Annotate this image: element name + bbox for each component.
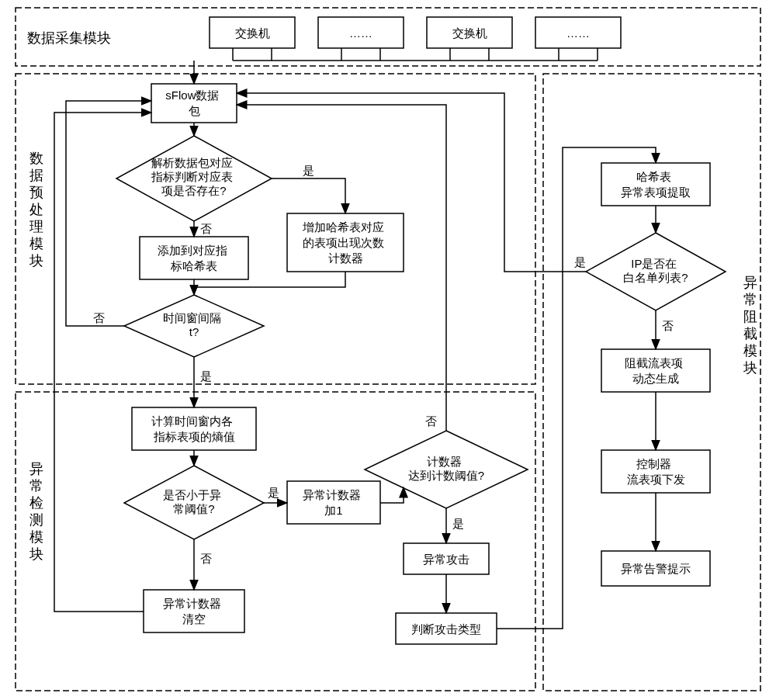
attack-text: 异常攻击 — [423, 553, 469, 566]
module-preprocess — [16, 74, 535, 384]
label-no-2: 否 — [93, 311, 105, 324]
label-no-5: 否 — [662, 319, 674, 332]
label-yes-2: 是 — [200, 369, 212, 383]
switch-label-2: 交换机 — [452, 26, 487, 40]
dots-label-2: …… — [566, 26, 590, 40]
label-yes-4: 是 — [452, 517, 464, 530]
parse-text: 解析数据包对应 指标判断对应表 项是否存在? — [151, 156, 236, 197]
label-no-4: 否 — [425, 414, 437, 428]
alert-text: 异常告警提示 — [621, 562, 691, 575]
label-no-3: 否 — [200, 552, 212, 565]
module-detect-label: 异常检 测模块 — [29, 461, 47, 562]
label-no-1: 否 — [200, 222, 212, 235]
label-yes-5: 是 — [574, 255, 586, 269]
module-collect-label: 数据采集模块 — [27, 30, 111, 46]
dots-label-1: …… — [349, 26, 372, 40]
module-block-label: 异常阻 截模块 — [743, 275, 761, 376]
label-yes-3: 是 — [268, 486, 279, 499]
module-preprocess-label: 数据预 处理模块 — [29, 151, 47, 269]
flowchart-diagram: 数据采集模块 数据预 处理模块 异常检 测模块 异常阻 截模块 交换机 …… 交… — [0, 0, 776, 700]
label-yes-1: 是 — [303, 164, 314, 177]
judge-type-text: 判断攻击类型 — [411, 622, 481, 636]
switch-label-1: 交换机 — [235, 26, 270, 40]
whitelist-text: IP是否在 白名单列表? — [623, 257, 688, 284]
